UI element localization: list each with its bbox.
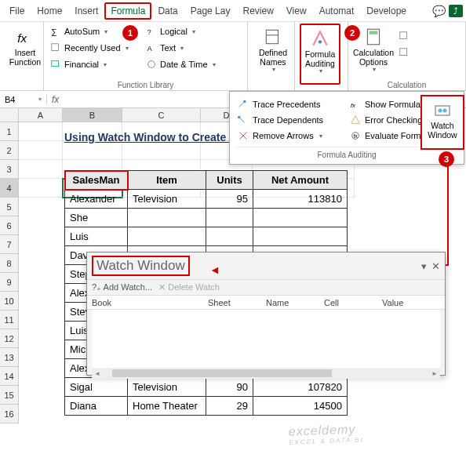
watch-window-columns[interactable]: Book Sheet Name Cell Value <box>87 296 445 310</box>
svg-rect-12 <box>400 32 407 39</box>
dropdown-icon[interactable]: ▾ <box>421 260 427 272</box>
watch-window-body <box>92 310 440 368</box>
col-cell: Cell <box>324 296 382 309</box>
table-header-salesman[interactable]: SalesMan <box>65 171 128 190</box>
calc-now-icon[interactable] <box>397 28 411 44</box>
tab-home[interactable]: Home <box>31 2 68 20</box>
row-header[interactable]: 3 <box>0 160 19 179</box>
trace-precedents-button[interactable]: Trace Precedents <box>235 96 347 112</box>
share-icon[interactable]: ⤴ <box>449 5 463 17</box>
svg-point-21 <box>443 109 447 113</box>
badge-3: 3 <box>439 151 454 167</box>
formula-auditing-button[interactable]: Formula Auditing <box>300 24 340 85</box>
close-icon[interactable]: ✕ <box>431 260 440 272</box>
row-header[interactable]: 7 <box>0 235 19 254</box>
tab-pagelayout[interactable]: Page Lay <box>184 2 237 20</box>
table-header-netamount[interactable]: Net Amount <box>253 171 348 190</box>
tab-automate[interactable]: Automat <box>313 2 361 20</box>
col-name: Name <box>266 296 324 309</box>
select-all-corner[interactable] <box>0 108 19 122</box>
fx-icon[interactable]: fx <box>47 94 64 105</box>
table-header-units[interactable]: Units <box>206 171 253 190</box>
table-row[interactable]: SigalTelevision90107820 <box>65 378 348 397</box>
svg-point-20 <box>439 109 442 113</box>
col-header[interactable]: A <box>19 108 63 122</box>
defined-names-button[interactable]: Defined Names <box>253 24 293 75</box>
table-header-item[interactable]: Item <box>128 171 206 190</box>
col-book: Book <box>92 296 208 309</box>
table-row[interactable]: AlexanderTelevision95113810 <box>65 190 348 209</box>
svg-point-9 <box>319 40 322 43</box>
row-header[interactable]: 13 <box>0 348 19 367</box>
svg-text:fx: fx <box>353 133 358 139</box>
tab-view[interactable]: View <box>280 2 313 20</box>
svg-text:fx: fx <box>351 102 356 109</box>
watermark: exceldemy EXCEL & DATA BI <box>289 422 364 445</box>
row-header[interactable]: 14 <box>0 367 19 386</box>
svg-text:A: A <box>147 45 152 53</box>
row-header[interactable]: 10 <box>0 292 19 311</box>
row-header[interactable]: 4 <box>0 179 19 198</box>
delete-watch-button: ✕ Delete Watch <box>158 282 220 293</box>
svg-rect-7 <box>266 30 278 43</box>
badge-1: 1 <box>122 25 138 41</box>
badge-2: 2 <box>344 25 360 41</box>
datetime-button[interactable]: Date & Time <box>144 56 238 72</box>
recently-used-button[interactable]: Recently Used <box>49 40 141 56</box>
row-header[interactable]: 5 <box>0 198 19 216</box>
row-header[interactable]: 2 <box>0 141 19 160</box>
ribbon-tabs: File Home Insert Formula Data Page Lay R… <box>0 0 466 22</box>
svg-rect-13 <box>400 49 407 56</box>
row-header[interactable]: 12 <box>0 329 19 348</box>
tab-file[interactable]: File <box>3 2 31 20</box>
svg-text:?: ? <box>147 28 151 36</box>
row-header[interactable]: 8 <box>0 254 19 273</box>
svg-rect-3 <box>52 61 59 67</box>
svg-point-15 <box>238 116 241 119</box>
comments-icon[interactable]: 💬 <box>432 5 446 17</box>
ribbon: fx Insert Function ∑AutoSum Recently Use… <box>0 22 466 91</box>
col-sheet: Sheet <box>208 296 266 309</box>
calc-sheet-icon[interactable] <box>397 45 411 60</box>
col-header[interactable]: B <box>63 108 122 122</box>
watch-window-title: Watch Window <box>92 256 190 276</box>
row-header[interactable]: 15 <box>0 386 19 405</box>
name-box[interactable]: B4 <box>0 95 47 104</box>
remove-arrows-button[interactable]: Remove Arrows <box>235 128 347 144</box>
horizontal-scrollbar[interactable] <box>92 368 440 379</box>
table-row[interactable]: DianaHome Theater2914500 <box>65 397 348 416</box>
tab-data[interactable]: Data <box>151 2 184 20</box>
function-library-label: Function Library <box>44 81 247 89</box>
financial-button[interactable]: Financial <box>49 56 141 72</box>
table-row[interactable]: Luis <box>65 227 348 246</box>
text-button[interactable]: AText <box>144 40 238 56</box>
add-watch-button[interactable]: ?₊ Add Watch... <box>92 282 152 293</box>
svg-point-6 <box>148 61 155 68</box>
watch-window-panel[interactable]: Watch Window ◄ ▾ ✕ ?₊ Add Watch... ✕ Del… <box>86 252 446 376</box>
row-header[interactable]: 1 <box>0 122 19 141</box>
formula-auditing-dropdown: Trace Precedents Trace Dependents Remove… <box>229 91 464 165</box>
row-header[interactable]: 11 <box>0 311 19 329</box>
row-header[interactable]: 6 <box>0 216 19 235</box>
tab-formula[interactable]: Formula <box>104 2 151 20</box>
arrow-left-icon: ◄ <box>209 263 220 276</box>
tab-review[interactable]: Review <box>236 2 279 20</box>
trace-dependents-button[interactable]: Trace Dependents <box>235 112 347 128</box>
watch-window-button[interactable]: Watch Window <box>420 95 464 150</box>
svg-rect-19 <box>435 106 450 115</box>
tab-developer[interactable]: Develope <box>360 2 413 20</box>
svg-point-14 <box>243 100 246 104</box>
insert-function-button[interactable]: fx Insert Function <box>5 24 46 68</box>
svg-rect-11 <box>370 31 378 34</box>
col-value: Value <box>382 296 440 309</box>
table-row[interactable]: She <box>65 209 348 227</box>
calculation-label: Calculation <box>348 81 465 89</box>
row-header[interactable]: 9 <box>0 273 19 292</box>
row-header[interactable]: 16 <box>0 405 19 423</box>
svg-text:∑: ∑ <box>51 27 57 36</box>
svg-rect-2 <box>52 44 59 51</box>
col-header[interactable]: C <box>122 108 201 122</box>
logical-button[interactable]: ?Logical <box>144 24 238 39</box>
tab-insert[interactable]: Insert <box>68 2 104 20</box>
svg-text:fx: fx <box>17 31 27 45</box>
